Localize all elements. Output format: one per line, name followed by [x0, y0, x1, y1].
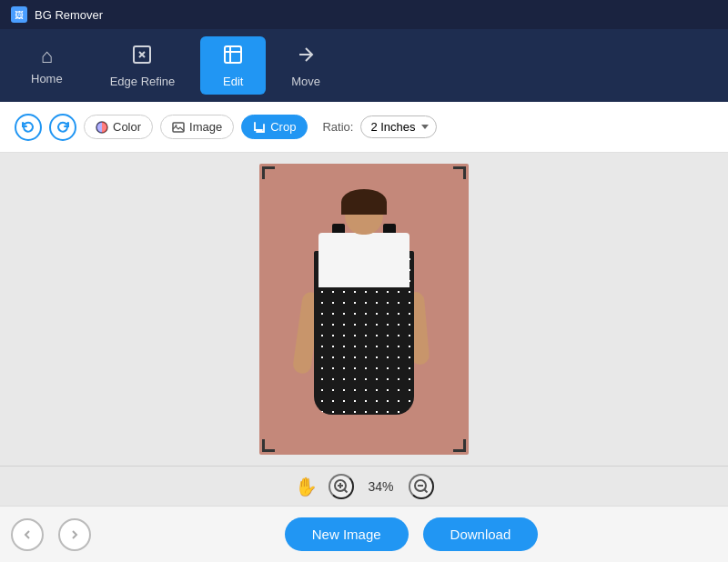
toolbar: Color Image Crop Ratio: 2 Inches 1:1 4x6…	[0, 102, 728, 153]
new-image-button[interactable]: New Image	[285, 517, 409, 551]
nav-bar: ⌂ Home Edge Refine Edit Move	[0, 29, 728, 102]
color-icon	[96, 121, 108, 134]
canvas-area	[0, 153, 728, 466]
zoom-out-button[interactable]	[409, 474, 434, 499]
person-body	[314, 233, 414, 451]
nav-edge-refine[interactable]: Edge Refine	[88, 36, 197, 95]
nav-edit-label: Edit	[223, 75, 243, 88]
shirt	[318, 233, 410, 287]
zoom-bar: ✋ 34%	[0, 466, 728, 506]
edit-icon	[222, 44, 244, 69]
prev-button[interactable]	[11, 518, 44, 551]
next-button[interactable]	[58, 518, 91, 551]
next-icon	[68, 528, 81, 541]
nav-move-label: Move	[291, 75, 320, 88]
app-title: BG Remover	[35, 8, 103, 22]
person-figure	[300, 191, 428, 455]
action-bar: New Image Download	[0, 506, 728, 562]
zoom-out-icon	[413, 478, 430, 495]
person-hair	[341, 189, 387, 215]
image-background	[259, 164, 469, 455]
nav-move[interactable]: Move	[269, 36, 342, 95]
person-head	[345, 191, 383, 235]
svg-rect-1	[225, 46, 241, 63]
hand-icon: ✋	[295, 476, 318, 497]
move-icon	[295, 44, 317, 69]
crop-button[interactable]: Crop	[241, 115, 308, 139]
image-label: Image	[189, 120, 222, 134]
zoom-percent: 34%	[365, 479, 398, 494]
edge-refine-icon	[131, 44, 153, 69]
image-preview	[259, 164, 469, 455]
title-bar: 🖼 BG Remover	[0, 0, 728, 29]
app-icon: 🖼	[11, 6, 27, 23]
ratio-select[interactable]: 2 Inches 1:1 4x6 Free	[360, 115, 437, 138]
redo-button[interactable]	[49, 114, 76, 141]
crop-icon	[253, 121, 266, 134]
prev-icon	[21, 528, 34, 541]
color-label: Color	[113, 120, 141, 134]
nav-edge-refine-label: Edge Refine	[110, 75, 176, 88]
image-button[interactable]: Image	[160, 115, 234, 139]
undo-button[interactable]	[15, 114, 42, 141]
home-icon: ⌂	[41, 46, 53, 66]
zoom-in-icon	[333, 478, 349, 495]
download-button[interactable]: Download	[423, 517, 539, 551]
color-button[interactable]: Color	[84, 115, 153, 139]
zoom-in-button[interactable]	[329, 474, 354, 499]
image-icon	[172, 121, 185, 134]
crop-label: Crop	[270, 120, 296, 134]
nav-home-label: Home	[31, 72, 63, 85]
ratio-label: Ratio:	[322, 120, 353, 134]
nav-home[interactable]: ⌂ Home	[9, 36, 85, 95]
nav-edit[interactable]: Edit	[200, 36, 266, 95]
